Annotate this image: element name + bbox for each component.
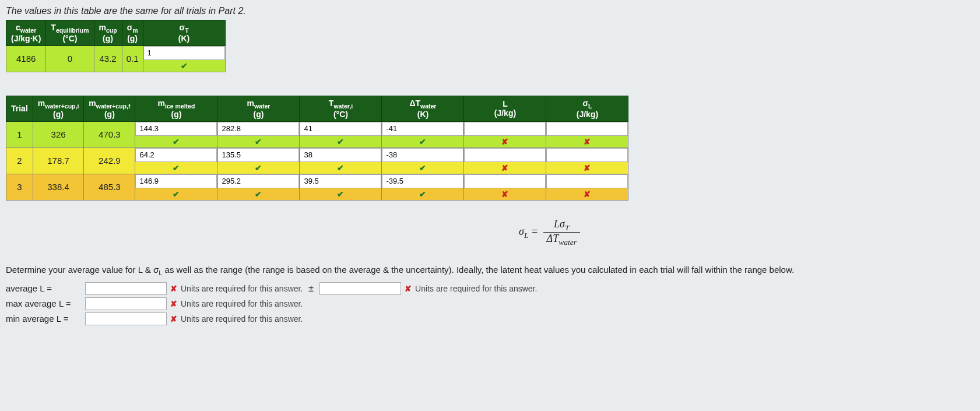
cross-icon: ✘ — [584, 189, 591, 199]
check-icon: ✔ — [255, 137, 262, 146]
check-icon: ✔ — [181, 61, 188, 71]
constants-table: cwater(J/kg·K) Tequilibrium(°C) mcup(g) … — [6, 20, 226, 72]
max-average-l-row: max average L = ✘ Units are required for… — [6, 297, 974, 310]
units-feedback: Units are required for this answer. — [181, 314, 303, 324]
units-feedback: Units are required for this answer. — [415, 284, 537, 293]
sigmam-value: 0.1 — [122, 45, 143, 72]
cell-trial: 1 — [6, 121, 33, 147]
check-icon: ✔ — [255, 189, 262, 199]
cell-m_wcf: 470.3 — [84, 121, 135, 147]
header-cwater: cwater(J/kg·K) — [6, 20, 46, 46]
cell-m_wci: 178.7 — [33, 147, 84, 174]
header-L: L(J/kg) — [464, 96, 546, 121]
plus-minus: ± — [308, 283, 314, 294]
cell-dt_w: ✔ — [382, 121, 464, 147]
m_ice-input[interactable] — [135, 174, 217, 188]
sigma_L-input[interactable] — [546, 148, 628, 162]
cell-m_wcf: 242.9 — [84, 147, 135, 174]
cell-dt_w: ✔ — [382, 174, 464, 200]
cell-m_wci: 326 — [33, 121, 84, 147]
header-mice: mice melted(g) — [135, 96, 217, 121]
cell-m_water: ✔ — [217, 174, 300, 200]
cell-t_wi: ✔ — [300, 121, 382, 147]
m_water-input[interactable] — [217, 148, 299, 162]
cell-dt_w: ✔ — [382, 147, 464, 174]
sigmat-cell: ✔ — [143, 45, 225, 72]
min-average-l-row: min average L = ✘ Units are required for… — [6, 312, 974, 325]
check-icon: ✔ — [419, 163, 426, 173]
cell-m_water: ✔ — [217, 121, 300, 147]
L-input[interactable] — [464, 122, 546, 136]
sigma-l-formula: σL = LσT ΔTwater — [519, 218, 974, 247]
dt_w-input[interactable] — [382, 148, 463, 162]
t_wi-input[interactable] — [300, 148, 381, 162]
cross-icon: ✘ — [170, 299, 177, 308]
t_wi-input[interactable] — [300, 122, 381, 136]
header-teq: Tequilibrium(°C) — [46, 20, 94, 46]
check-icon: ✔ — [173, 163, 180, 173]
check-icon: ✔ — [419, 137, 426, 146]
L-input[interactable] — [464, 174, 546, 188]
table-row: 2178.7242.9✔✔✔✔✘✘ — [6, 147, 628, 174]
L-input[interactable] — [464, 148, 546, 162]
cross-icon: ✘ — [584, 137, 591, 146]
m_ice-input[interactable] — [135, 148, 217, 162]
header-sigmat: σT(K) — [143, 20, 225, 46]
check-icon: ✔ — [255, 163, 262, 173]
cell-L: ✘ — [464, 121, 546, 147]
cross-icon: ✘ — [405, 284, 412, 293]
m_water-input[interactable] — [217, 174, 299, 188]
check-icon: ✔ — [337, 163, 344, 173]
cross-icon: ✘ — [584, 163, 591, 173]
dt_w-input[interactable] — [382, 174, 463, 188]
cell-t_wi: ✔ — [300, 147, 382, 174]
average-l-input[interactable] — [85, 282, 167, 295]
header-mwcf: mwater+cup,f(g) — [84, 96, 135, 121]
cross-icon: ✘ — [501, 163, 508, 173]
average-l-label: average L = — [6, 283, 82, 293]
average-l-row: average L = ✘ Units are required for thi… — [6, 282, 974, 295]
header-trial: Trial — [6, 96, 33, 121]
sigma_L-input[interactable] — [546, 122, 628, 136]
teq-value: 0 — [46, 45, 94, 72]
cell-trial: 3 — [6, 174, 33, 200]
check-icon: ✔ — [337, 137, 344, 146]
check-icon: ✔ — [173, 189, 180, 199]
header-mwci: mwater+cup,i(g) — [33, 96, 84, 121]
dt_w-input[interactable] — [382, 122, 463, 136]
check-icon: ✔ — [419, 189, 426, 199]
m_ice-input[interactable] — [135, 122, 217, 136]
min-average-l-input[interactable] — [85, 312, 167, 325]
units-feedback: Units are required for this answer. — [181, 299, 303, 308]
cell-sigma_L: ✘ — [546, 121, 628, 147]
units-feedback: Units are required for this answer. — [181, 284, 303, 293]
cross-icon: ✘ — [501, 189, 508, 199]
check-icon: ✔ — [173, 137, 180, 146]
cell-m_ice: ✔ — [135, 121, 217, 147]
m_water-input[interactable] — [217, 122, 299, 136]
header-dtw: ΔTwater(K) — [382, 96, 464, 121]
header-sigmaL: σL(J/kg) — [546, 96, 628, 121]
average-l-uncert-input[interactable] — [319, 282, 401, 295]
cell-L: ✘ — [464, 147, 546, 174]
instruction-text: Determine your average value for L & σL … — [6, 265, 974, 276]
t_wi-input[interactable] — [300, 174, 381, 188]
cell-trial: 2 — [6, 147, 33, 174]
min-average-l-label: min average L = — [6, 314, 82, 324]
trials-table: Trial mwater+cup,i(g) mwater+cup,f(g) mi… — [6, 96, 628, 201]
mcup-value: 43.2 — [94, 45, 122, 72]
cell-m_ice: ✔ — [135, 174, 217, 200]
cell-m_wcf: 485.3 — [84, 174, 135, 200]
check-icon: ✔ — [337, 189, 344, 199]
sigma_L-input[interactable] — [546, 174, 628, 188]
table-row: 1326470.3✔✔✔✔✘✘ — [6, 121, 628, 147]
cell-t_wi: ✔ — [300, 174, 382, 200]
cross-icon: ✘ — [501, 137, 508, 146]
cell-L: ✘ — [464, 174, 546, 200]
cell-sigma_L: ✘ — [546, 147, 628, 174]
cross-icon: ✘ — [170, 314, 177, 324]
max-average-l-input[interactable] — [85, 297, 167, 310]
cell-m_wci: 338.4 — [33, 174, 84, 200]
cell-m_ice: ✔ — [135, 147, 217, 174]
sigmat-input[interactable] — [143, 46, 225, 60]
